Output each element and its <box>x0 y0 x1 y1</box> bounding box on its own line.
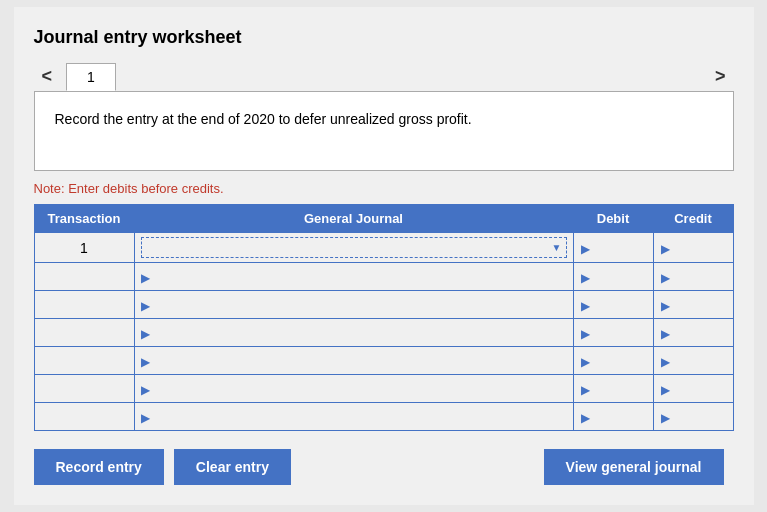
journal-cell-4[interactable]: ▶ <box>134 319 573 347</box>
dropdown-arrow-icon[interactable]: ▼ <box>552 242 562 253</box>
credit-cell-5[interactable]: ▶ <box>653 347 733 375</box>
credit-input-5[interactable] <box>674 354 725 369</box>
debit-arrow-5: ▶ <box>581 355 590 369</box>
journal-arrow-6: ▶ <box>141 383 150 397</box>
transaction-cell-3 <box>34 291 134 319</box>
journal-input-7[interactable] <box>153 410 563 425</box>
page-title: Journal entry worksheet <box>34 27 734 48</box>
journal-input-1[interactable] <box>146 240 552 255</box>
journal-cell-5[interactable]: ▶ <box>134 347 573 375</box>
debit-arrow-1: ▶ <box>581 242 590 256</box>
debit-arrow-2: ▶ <box>581 271 590 285</box>
debit-input-1[interactable] <box>594 241 645 256</box>
main-container: Journal entry worksheet < 1 > Record the… <box>14 7 754 505</box>
journal-input-4[interactable] <box>153 326 563 341</box>
next-arrow[interactable]: > <box>707 62 734 91</box>
credit-arrow-4: ▶ <box>661 327 670 341</box>
journal-arrow-2: ▶ <box>141 271 150 285</box>
table-row: ▶ ▶ ▶ <box>34 375 733 403</box>
table-row: ▶ ▶ ▶ <box>34 263 733 291</box>
transaction-cell-2 <box>34 263 134 291</box>
transaction-cell: 1 <box>34 233 134 263</box>
debit-cell-3[interactable]: ▶ <box>573 291 653 319</box>
table-row: ▶ ▶ ▶ <box>34 319 733 347</box>
tab-1[interactable]: 1 <box>66 63 116 91</box>
journal-table: Transaction General Journal Debit Credit… <box>34 204 734 431</box>
journal-arrow-3: ▶ <box>141 299 150 313</box>
buttons-row: Record entry Clear entry View general jo… <box>34 449 734 485</box>
credit-input-6[interactable] <box>674 382 725 397</box>
journal-cell-2[interactable]: ▶ <box>134 263 573 291</box>
transaction-number: 1 <box>80 240 88 256</box>
debit-input-3[interactable] <box>594 298 645 313</box>
prev-arrow[interactable]: < <box>34 62 61 91</box>
table-row: ▶ ▶ ▶ <box>34 291 733 319</box>
credit-cell-3[interactable]: ▶ <box>653 291 733 319</box>
transaction-cell-6 <box>34 375 134 403</box>
table-row: ▶ ▶ ▶ <box>34 403 733 431</box>
credit-cell-2[interactable]: ▶ <box>653 263 733 291</box>
credit-arrow-3: ▶ <box>661 299 670 313</box>
clear-entry-button[interactable]: Clear entry <box>174 449 291 485</box>
journal-input-6[interactable] <box>153 382 563 397</box>
debit-arrow-4: ▶ <box>581 327 590 341</box>
instruction-text: Record the entry at the end of 2020 to d… <box>55 111 472 127</box>
instruction-box: Record the entry at the end of 2020 to d… <box>34 91 734 171</box>
header-debit: Debit <box>573 205 653 233</box>
journal-cell-7[interactable]: ▶ <box>134 403 573 431</box>
journal-input-3[interactable] <box>153 298 563 313</box>
credit-cell-1[interactable]: ▶ <box>653 233 733 263</box>
credit-input-4[interactable] <box>674 326 725 341</box>
transaction-cell-7 <box>34 403 134 431</box>
credit-cell-4[interactable]: ▶ <box>653 319 733 347</box>
transaction-cell-4 <box>34 319 134 347</box>
journal-cell-6[interactable]: ▶ <box>134 375 573 403</box>
journal-arrow-5: ▶ <box>141 355 150 369</box>
journal-arrow-7: ▶ <box>141 411 150 425</box>
credit-arrow-7: ▶ <box>661 411 670 425</box>
credit-cell-7[interactable]: ▶ <box>653 403 733 431</box>
view-general-journal-button[interactable]: View general journal <box>544 449 724 485</box>
journal-input-5[interactable] <box>153 354 563 369</box>
journal-cell-3[interactable]: ▶ <box>134 291 573 319</box>
credit-arrow-6: ▶ <box>661 383 670 397</box>
credit-cell-6[interactable]: ▶ <box>653 375 733 403</box>
debit-cell-2[interactable]: ▶ <box>573 263 653 291</box>
transaction-cell-5 <box>34 347 134 375</box>
header-credit: Credit <box>653 205 733 233</box>
debit-input-4[interactable] <box>594 326 645 341</box>
record-entry-button[interactable]: Record entry <box>34 449 164 485</box>
debit-arrow-7: ▶ <box>581 411 590 425</box>
header-journal: General Journal <box>134 205 573 233</box>
credit-arrow-2: ▶ <box>661 271 670 285</box>
debit-arrow-3: ▶ <box>581 299 590 313</box>
debit-cell-5[interactable]: ▶ <box>573 347 653 375</box>
credit-input-2[interactable] <box>674 270 725 285</box>
debit-input-5[interactable] <box>594 354 645 369</box>
credit-input-7[interactable] <box>674 410 725 425</box>
debit-input-6[interactable] <box>594 382 645 397</box>
credit-arrow-1: ▶ <box>661 242 670 256</box>
debit-cell-6[interactable]: ▶ <box>573 375 653 403</box>
journal-cell-1[interactable]: ▼ <box>134 233 573 263</box>
journal-arrow-4: ▶ <box>141 327 150 341</box>
header-transaction: Transaction <box>34 205 134 233</box>
journal-input-2[interactable] <box>153 270 563 285</box>
credit-input-3[interactable] <box>674 298 725 313</box>
debit-cell-1[interactable]: ▶ <box>573 233 653 263</box>
table-row: ▶ ▶ ▶ <box>34 347 733 375</box>
credit-input-1[interactable] <box>674 241 725 256</box>
debit-cell-4[interactable]: ▶ <box>573 319 653 347</box>
note-text: Note: Enter debits before credits. <box>34 181 734 196</box>
table-row: 1 ▼ ▶ ▶ <box>34 233 733 263</box>
credit-arrow-5: ▶ <box>661 355 670 369</box>
debit-input-7[interactable] <box>594 410 645 425</box>
debit-cell-7[interactable]: ▶ <box>573 403 653 431</box>
debit-arrow-6: ▶ <box>581 383 590 397</box>
debit-input-2[interactable] <box>594 270 645 285</box>
